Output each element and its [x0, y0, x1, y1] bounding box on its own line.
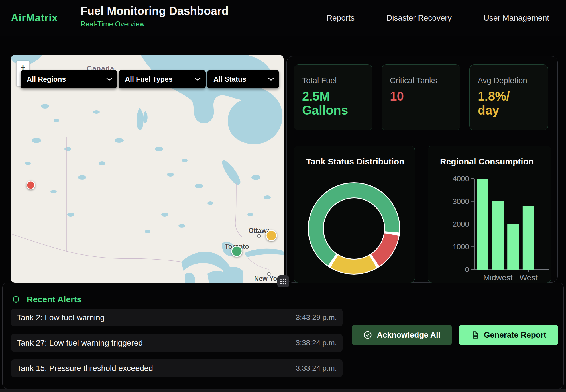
generate-report-label: Generate Report	[484, 330, 546, 340]
new-york-city-dot	[267, 272, 271, 276]
stat-label: Total Fuel	[302, 76, 364, 85]
stat-value: 10	[390, 89, 452, 103]
page-title: Fuel Monitoring Dashboard	[80, 5, 229, 17]
status-dropdown[interactable]: All Status	[207, 70, 279, 88]
nav-item-disaster-recovery[interactable]: Disaster Recovery	[386, 13, 452, 23]
brand-logo[interactable]: AirMatrix	[11, 0, 58, 36]
map-water	[141, 55, 282, 144]
chart-title: Regional Consumption	[440, 157, 534, 166]
stat-label: Avg Depletion	[478, 76, 540, 85]
page-subtitle: Real-Time Overview	[80, 20, 229, 28]
alert-row: Tank 2: Low fuel warning 3:43:29 p.m.	[11, 309, 343, 326]
svg-text:4000: 4000	[453, 174, 469, 183]
header: AirMatrix Fuel Monitoring Dashboard Real…	[0, 0, 566, 36]
status-dropdown-label: All Status	[213, 75, 246, 83]
tank-status-donut	[294, 146, 415, 283]
document-icon	[471, 331, 479, 339]
chevron-down-icon	[268, 78, 274, 81]
nav-item-reports[interactable]: Reports	[327, 13, 355, 23]
app-root: AirMatrix Fuel Monitoring Dashboard Real…	[0, 0, 566, 392]
tank-status-card: Tank Status Distribution	[294, 146, 415, 283]
regions-dropdown-label: All Regions	[27, 75, 66, 83]
alerts-title: Recent Alerts	[27, 295, 82, 304]
title-block: Fuel Monitoring Dashboard Real-Time Over…	[80, 5, 229, 28]
map-marker-yellow[interactable]	[266, 230, 277, 241]
ottawa-city-dot	[257, 234, 261, 238]
fuel-types-dropdown[interactable]: All Fuel Types	[119, 70, 206, 88]
stat-label: Critical Tanks	[390, 76, 452, 85]
chevron-down-icon	[195, 78, 201, 81]
generate-report-button[interactable]: Generate Report	[459, 325, 558, 345]
stat-card-avg-depletion: Avg Depletion 1.8%/ day	[469, 64, 548, 130]
alert-row: Tank 27: Low fuel warning triggered 3:38…	[11, 334, 343, 352]
main-nav: Reports Disaster Recovery User Managemen…	[327, 0, 549, 36]
stat-card-total-fuel: Total Fuel 2.5M Gallons	[294, 64, 372, 130]
regions-dropdown[interactable]: All Regions	[21, 70, 117, 88]
stat-value: 2.5M Gallons	[302, 89, 364, 117]
svg-text:West: West	[520, 273, 538, 282]
svg-text:0: 0	[465, 265, 469, 274]
svg-text:Midwest: Midwest	[483, 273, 513, 282]
acknowledge-all-label: Acknowledge All	[377, 330, 440, 340]
stats-row: Total Fuel 2.5M Gallons Critical Tanks 1…	[294, 64, 548, 130]
stat-card-critical-tanks: Critical Tanks 10	[382, 64, 460, 130]
regional-consumption-card: 01000200030004000MidwestWest Regional Co…	[428, 146, 551, 283]
svg-text:3000: 3000	[453, 197, 469, 206]
map-filters: All Regions All Fuel Types All Status	[21, 70, 279, 88]
alert-text: Tank 15: Pressure threshold exceeded	[17, 364, 153, 373]
alerts-header: Recent Alerts	[11, 295, 82, 304]
svg-text:1000: 1000	[453, 242, 469, 251]
alert-timestamp: 3:38:24 p.m.	[296, 338, 337, 347]
drag-handle[interactable]	[277, 275, 289, 287]
chart-title: Tank Status Distribution	[306, 157, 404, 166]
map-marker-green[interactable]	[231, 246, 243, 257]
dashboard-panel: Total Fuel 2.5M Gallons Critical Tanks 1…	[286, 56, 558, 283]
stat-value: 1.8%/ day	[478, 89, 540, 117]
chevron-down-icon	[106, 78, 112, 81]
fuel-types-dropdown-label: All Fuel Types	[125, 75, 173, 83]
alert-text: Tank 2: Low fuel warning	[17, 313, 105, 322]
regional-bar-chart: 01000200030004000MidwestWest	[428, 146, 551, 283]
alert-row: Tank 15: Pressure threshold exceeded 3:3…	[11, 359, 343, 377]
map[interactable]: Canada Ottawa Toronto New York + − All R…	[11, 55, 284, 283]
acknowledge-all-button[interactable]: Acknowledge All	[352, 325, 452, 345]
alert-timestamp: 3:33:24 p.m.	[296, 364, 337, 373]
map-marker-red[interactable]	[27, 181, 35, 190]
nav-item-user-management[interactable]: User Management	[484, 13, 549, 23]
alert-text: Tank 27: Low fuel warning triggered	[17, 338, 143, 348]
charts-row: Tank Status Distribution 010002000300040…	[294, 146, 551, 283]
bell-icon	[11, 295, 21, 304]
drag-dots-icon	[279, 277, 288, 286]
svg-text:2000: 2000	[453, 220, 469, 228]
check-circle-icon	[363, 330, 372, 340]
alert-timestamp: 3:43:29 p.m.	[296, 313, 337, 322]
